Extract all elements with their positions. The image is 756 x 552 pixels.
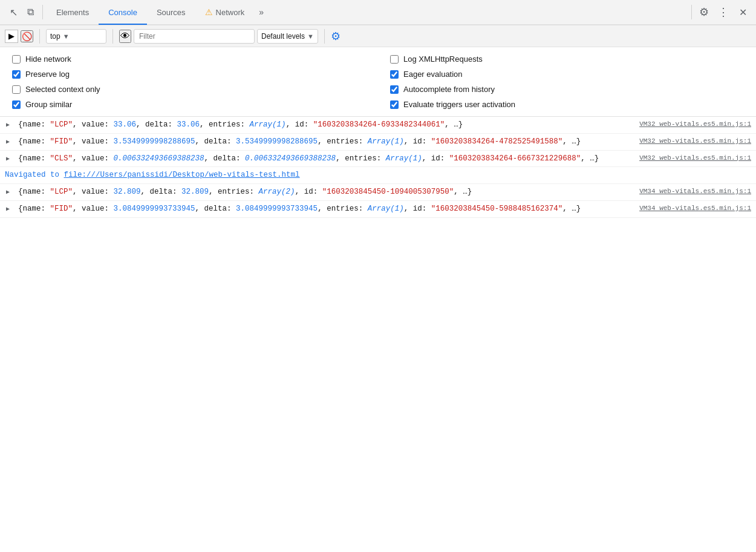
syntax-text: , delta: — [204, 154, 246, 163]
tab-network[interactable]: ⚠ Network — [195, 0, 255, 25]
filter-input[interactable] — [134, 29, 255, 44]
expand-arrow-icon[interactable]: ▶ — [6, 120, 10, 130]
preserve-log-checkbox[interactable] — [12, 70, 21, 79]
selected-context-checkbox[interactable] — [12, 85, 21, 94]
console-entry: VM32 web-vitals.es5.min.js:1▶{name: "LCP… — [0, 117, 756, 134]
string-value: "LCP" — [50, 188, 73, 196]
console-settings-icon[interactable]: ⚙ — [331, 30, 341, 43]
source-link[interactable]: VM32 web-vitals.es5.min.js:1 — [639, 119, 751, 130]
chevron-down-icon: ▼ — [63, 33, 70, 40]
syntax-text: , entries: — [336, 154, 386, 163]
chevron-down-icon2: ▼ — [307, 33, 314, 40]
hide-network-checkbox[interactable] — [12, 55, 21, 64]
console-entry: VM32 web-vitals.es5.min.js:1▶{name: "FID… — [0, 134, 756, 151]
warning-icon: ⚠ — [205, 7, 213, 17]
tab-sources[interactable]: Sources — [147, 0, 195, 25]
eager-eval-checkbox[interactable] — [390, 70, 399, 79]
evaluate-triggers-checkbox[interactable] — [390, 100, 399, 109]
string-value: "1603203834264-4782525491588" — [431, 137, 563, 146]
syntax-text: , id: — [404, 137, 431, 146]
log-xml-checkbox[interactable] — [390, 55, 399, 64]
expand-arrow-icon[interactable]: ▶ — [6, 154, 10, 163]
context-selector[interactable]: top ▼ — [46, 29, 106, 44]
navigation-link[interactable]: file:///Users/panissidi/Desktop/web-vita… — [64, 171, 300, 179]
entry-content: {name: "FID", value: 3.0849999993733945,… — [18, 205, 581, 213]
syntax-text: , value: — [73, 154, 114, 163]
object-value: 0.006332493669388238 — [114, 154, 204, 163]
eager-eval-option[interactable]: Eager evaluation — [390, 70, 744, 79]
syntax-text: , id: — [286, 120, 313, 129]
object-value: Array(2) — [259, 188, 295, 196]
source-link[interactable]: VM32 web-vitals.es5.min.js:1 — [639, 153, 751, 163]
execute-button[interactable]: ▶ — [5, 30, 18, 43]
string-value: "1603203834264-6933482344061" — [313, 120, 445, 129]
console-entry: VM34 web-vitals.es5.min.js:1▶{name: "LCP… — [0, 184, 756, 201]
eye-button[interactable]: 👁 — [119, 30, 131, 43]
numeric-value: 3.0849999993733945 — [236, 205, 318, 213]
expand-arrow-icon[interactable]: ▶ — [6, 205, 10, 214]
entry-content: {name: "FID", value: 3.5349999998288695,… — [18, 137, 581, 146]
numeric-value: 3.5349999998288695 — [236, 137, 318, 146]
autocomplete-option[interactable]: Autocomplete from history — [390, 85, 744, 94]
syntax-text: , value: — [73, 188, 114, 196]
syntax-text: , value: — [73, 120, 114, 129]
object-value: Array(1) — [368, 137, 404, 146]
syntax-text: , value: — [73, 137, 114, 146]
group-similar-checkbox[interactable] — [12, 100, 21, 109]
string-value: "LCP" — [50, 120, 73, 129]
expand-arrow-icon[interactable]: ▶ — [6, 188, 10, 197]
object-value: Array(1) — [386, 154, 422, 163]
close-button[interactable]: ✕ — [734, 4, 751, 21]
syntax-text: {name: — [18, 120, 50, 129]
syntax-text: , delta: — [136, 120, 177, 129]
settings-button[interactable]: ⚙ — [696, 4, 712, 21]
object-value: 0.006332493669388238 — [245, 154, 336, 163]
menu-button[interactable]: ⋮ — [715, 4, 732, 21]
navigated-text: Navigated to — [5, 171, 64, 179]
selected-context-option[interactable]: Selected context only — [12, 85, 366, 94]
expand-arrow-icon[interactable]: ▶ — [6, 137, 10, 146]
divider — [42, 5, 43, 19]
tab-elements[interactable]: Elements — [47, 0, 99, 25]
syntax-text: , delta: — [141, 188, 182, 196]
numeric-value: 3.5349999998288695 — [114, 137, 195, 146]
preserve-log-option[interactable]: Preserve log — [12, 70, 366, 79]
hide-network-option[interactable]: Hide network — [12, 54, 366, 64]
top-toolbar: ↖ ⧉ Elements Console Sources ⚠ Network »… — [0, 0, 756, 25]
navigation-message: Navigated to file:///Users/panissidi/Des… — [0, 167, 756, 184]
syntax-text: {name: — [18, 205, 50, 213]
entry-content: {name: "CLS", value: 0.00633249366938823… — [18, 154, 599, 163]
syntax-text: {name: — [18, 154, 50, 163]
syntax-text: , id: — [295, 188, 322, 196]
numeric-value: 33.06 — [114, 120, 137, 129]
syntax-text: , value: — [73, 205, 114, 213]
device-icon[interactable]: ⧉ — [22, 4, 39, 21]
syntax-text: , …} — [562, 137, 581, 146]
string-value: "CLS" — [50, 154, 73, 163]
log-xml-option[interactable]: Log XMLHttpRequests — [390, 54, 744, 64]
second-toolbar: ▶ 🚫 top ▼ 👁 Default levels ▼ ⚙ — [0, 25, 756, 47]
cursor-icon[interactable]: ↖ — [5, 4, 22, 21]
entry-content: {name: "LCP", value: 33.06, delta: 33.06… — [18, 120, 463, 129]
numeric-value: 33.06 — [177, 120, 200, 129]
console-entry: VM34 web-vitals.es5.min.js:1▶{name: "FID… — [0, 201, 756, 218]
string-value: "1603203834264-6667321229688" — [449, 154, 581, 163]
source-link[interactable]: VM32 web-vitals.es5.min.js:1 — [639, 136, 751, 146]
syntax-text: {name: — [18, 188, 50, 196]
more-tabs-button[interactable]: » — [254, 0, 269, 25]
divider5 — [324, 29, 325, 44]
source-link[interactable]: VM34 web-vitals.es5.min.js:1 — [639, 203, 751, 214]
syntax-text: , …} — [454, 188, 472, 196]
syntax-text: , id: — [404, 205, 431, 213]
tab-console[interactable]: Console — [99, 0, 147, 25]
evaluate-triggers-option[interactable]: Evaluate triggers user activation — [390, 100, 744, 109]
group-similar-option[interactable]: Group similar — [12, 100, 366, 109]
string-value: "1603203845450-1094005307950" — [322, 188, 454, 196]
clear-console-button[interactable]: 🚫 — [21, 30, 33, 42]
settings-panel: Hide network Log XMLHttpRequests Preserv… — [0, 47, 756, 117]
source-link[interactable]: VM34 web-vitals.es5.min.js:1 — [639, 186, 751, 197]
default-levels-dropdown[interactable]: Default levels ▼ — [257, 29, 318, 44]
autocomplete-checkbox[interactable] — [390, 85, 399, 94]
string-value: "FID" — [50, 205, 73, 213]
object-value: Array(1) — [368, 205, 404, 213]
